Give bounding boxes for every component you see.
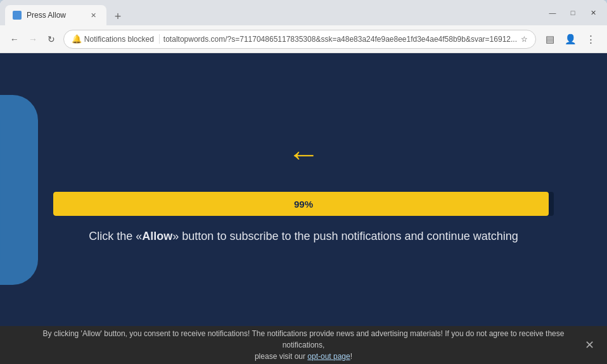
instruction-before: Click the « (89, 230, 142, 242)
close-button[interactable]: ✕ (584, 6, 602, 19)
forward-icon: → (29, 34, 37, 44)
minimize-button[interactable]: — (544, 6, 561, 19)
new-tab-button[interactable]: + (109, 8, 127, 25)
notification-bar-text: By clicking 'Allow' button, you consent … (25, 328, 582, 362)
url-text: totaltopwords.com/?s=711704865117835308&… (163, 35, 517, 44)
nav-icons-group: ▤ 👤 ⋮ (541, 30, 599, 48)
bookmark-icon[interactable]: ☆ (521, 35, 528, 44)
instruction-after: » button to subscribe to the push notifi… (172, 230, 518, 242)
menu-icon: ⋮ (586, 34, 596, 45)
browser-window: Press Allow ✕ + — □ ✕ ← → ↻ 🔔 Notificati… (0, 0, 607, 364)
navigation-bar: ← → ↻ 🔔 Notifications blocked totaltopwo… (0, 25, 607, 53)
notification-text-part1: By clicking 'Allow' button, you consent … (43, 329, 565, 349)
menu-button[interactable]: ⋮ (582, 30, 599, 48)
decorative-shape (0, 95, 38, 285)
back-button[interactable]: ← (8, 30, 21, 48)
sidebar-icon: ▤ (546, 34, 554, 45)
arrow-container: ← (287, 135, 320, 173)
notification-close-button[interactable]: ✕ (582, 337, 597, 353)
window-controls: — □ ✕ (544, 6, 602, 19)
tab-area: Press Allow ✕ + (5, 0, 536, 25)
reload-icon: ↻ (48, 34, 55, 44)
tab-title: Press Allow (27, 11, 82, 20)
sidebar-button[interactable]: ▤ (541, 30, 559, 48)
profile-button[interactable]: 👤 (561, 30, 579, 48)
close-icon: ✕ (585, 338, 594, 352)
progress-bar-container: 99% (53, 192, 554, 216)
tab-close-button[interactable]: ✕ (87, 9, 99, 21)
notification-text-part2: please visit our (255, 352, 307, 361)
back-icon: ← (10, 34, 19, 44)
notification-text-end: ! (350, 352, 352, 361)
active-tab[interactable]: Press Allow ✕ (5, 5, 106, 25)
tab-favicon (13, 11, 22, 20)
page-inner: ← 99% Click the «Allow» button to subscr… (0, 135, 607, 244)
forward-button[interactable]: → (26, 30, 39, 48)
page-content: ← 99% Click the «Allow» button to subscr… (0, 53, 607, 326)
instruction-text: Click the «Allow» button to subscribe to… (89, 229, 518, 244)
notifications-blocked-indicator: 🔔 Notifications blocked (72, 34, 160, 44)
notification-bar: By clicking 'Allow' button, you consent … (0, 326, 607, 364)
profile-icon: 👤 (565, 34, 577, 45)
progress-label: 99% (294, 198, 313, 209)
address-bar[interactable]: 🔔 Notifications blocked totaltopwords.co… (63, 30, 536, 49)
allow-text: Allow (142, 230, 172, 242)
title-bar: Press Allow ✕ + — □ ✕ (0, 0, 607, 25)
opt-out-link[interactable]: opt-out page (307, 352, 350, 361)
left-arrow-icon: ← (287, 135, 320, 173)
maximize-button[interactable]: □ (564, 6, 582, 19)
notifications-blocked-label: Notifications blocked (84, 35, 154, 44)
bell-slash-icon: 🔔 (72, 34, 82, 44)
reload-button[interactable]: ↻ (45, 30, 58, 48)
